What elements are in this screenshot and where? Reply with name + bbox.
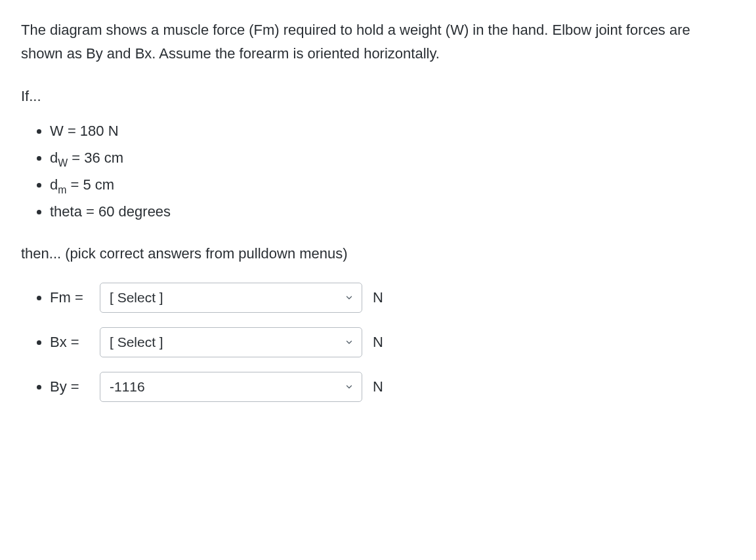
answer-unit: N <box>373 375 383 399</box>
select-value: [ Select ] <box>110 331 163 354</box>
answer-item: By = -1116 N <box>50 372 735 402</box>
then-label: then... (pick correct answers from pulld… <box>21 242 735 266</box>
select-bx[interactable]: [ Select ] <box>100 327 362 357</box>
given-var: theta <box>50 203 82 220</box>
problem-intro: The diagram shows a muscle force (Fm) re… <box>21 18 735 66</box>
given-eq: = 60 degrees <box>82 203 171 220</box>
select-value: -1116 <box>110 376 145 399</box>
given-var: d <box>50 150 58 166</box>
select-value: [ Select ] <box>110 287 163 310</box>
select-by[interactable]: -1116 <box>100 372 362 402</box>
answer-unit: N <box>373 330 383 354</box>
answers-list: Fm = [ Select ] N Bx = [ Select ] N By = <box>21 283 735 402</box>
answer-item: Bx = [ Select ] N <box>50 327 735 357</box>
given-sub: W <box>58 157 68 169</box>
chevron-down-icon <box>345 338 354 347</box>
given-sub: m <box>58 184 66 195</box>
given-eq: = 180 N <box>64 123 119 139</box>
given-eq: = 36 cm <box>68 150 123 166</box>
given-var: d <box>50 176 58 193</box>
given-var: W <box>50 123 64 139</box>
chevron-down-icon <box>345 293 354 302</box>
given-item: dW = 36 cm <box>50 147 735 171</box>
if-label: If... <box>21 85 735 108</box>
chevron-down-icon <box>345 382 354 391</box>
select-fm[interactable]: [ Select ] <box>100 283 362 313</box>
given-list: W = 180 N dW = 36 cm dm = 5 cm theta = 6… <box>21 120 735 225</box>
given-item: theta = 60 degrees <box>50 201 735 225</box>
answer-item: Fm = [ Select ] N <box>50 283 735 313</box>
given-eq: = 5 cm <box>66 176 114 193</box>
answer-label-fm: Fm = <box>50 286 93 310</box>
answer-unit: N <box>373 286 383 310</box>
given-item: dm = 5 cm <box>50 174 735 198</box>
answer-label-bx: Bx = <box>50 330 93 354</box>
answer-label-by: By = <box>50 375 93 399</box>
given-item: W = 180 N <box>50 120 735 144</box>
